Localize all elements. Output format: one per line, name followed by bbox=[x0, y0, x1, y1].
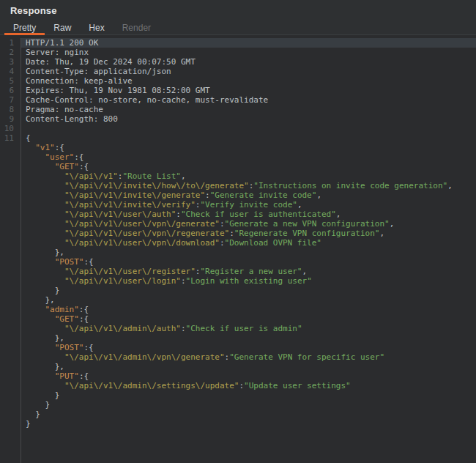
token-plain: : bbox=[205, 190, 210, 200]
code-line: { bbox=[21, 133, 476, 143]
tab-hex[interactable]: Hex bbox=[80, 21, 113, 34]
code-line: HTTP/1.1 200 OK bbox=[21, 38, 476, 48]
token-plain: } bbox=[26, 400, 50, 410]
token-path: "\/api\/v1\/invite\/generate" bbox=[64, 190, 205, 200]
line-number bbox=[0, 400, 21, 410]
line-number bbox=[0, 390, 21, 400]
token-plain bbox=[26, 162, 55, 171]
token-key: "user" bbox=[45, 152, 75, 162]
line-number bbox=[0, 314, 21, 324]
token-plain bbox=[26, 324, 64, 333]
code-line: "\/api\/v1\/admin\/auth":"Check if user … bbox=[21, 324, 476, 333]
code-line: "PUT":{ bbox=[21, 371, 476, 381]
line-number bbox=[0, 257, 21, 267]
token-str: "Check if user is admin" bbox=[186, 324, 302, 333]
code-line: "\/api\/v1\/invite\/verify":"Verify invi… bbox=[21, 200, 476, 210]
line-number bbox=[0, 181, 21, 190]
line-number bbox=[0, 352, 21, 362]
response-panel: Response Pretty Raw Hex Render 123456789… bbox=[0, 0, 476, 463]
code-line: Content-Length: 800 bbox=[21, 114, 476, 124]
token-plain: } bbox=[26, 419, 31, 429]
token-plain bbox=[26, 257, 55, 267]
token-path: "\/api\/v1" bbox=[64, 171, 118, 181]
code-line: "POST":{ bbox=[21, 257, 476, 267]
token-plain: } bbox=[26, 286, 59, 295]
code-line: "GET":{ bbox=[21, 314, 476, 324]
token-plain: , bbox=[302, 267, 308, 276]
token-plain bbox=[26, 171, 64, 181]
code-column: HTTP/1.1 200 OKServer: nginxDate: Thu, 1… bbox=[21, 38, 476, 463]
token-plain: Expires: Thu, 19 Nov 1981 08:52:00 GMT bbox=[26, 86, 210, 95]
code-line: Content-Type: application/json bbox=[21, 67, 476, 76]
token-str: "Route List" bbox=[122, 171, 180, 181]
token-plain: : bbox=[220, 238, 225, 248]
token-str: "Instructions on invite code generation" bbox=[253, 181, 447, 190]
token-plain: : bbox=[181, 324, 186, 333]
tab-pretty[interactable]: Pretty bbox=[4, 21, 45, 34]
token-plain: :{ bbox=[74, 152, 83, 162]
line-number bbox=[0, 219, 21, 229]
line-number: 2 bbox=[0, 48, 21, 57]
token-plain bbox=[26, 190, 64, 200]
code-line: "\/api\/v1\/admin\/vpn\/generate":"Gener… bbox=[21, 352, 476, 362]
code-line: Date: Thu, 19 Dec 2024 00:07:50 GMT bbox=[21, 57, 476, 67]
token-path: "\/api\/v1\/user\/vpn\/download" bbox=[64, 238, 220, 248]
token-str: "Verify invite code" bbox=[200, 200, 297, 210]
line-number bbox=[0, 295, 21, 305]
line-number bbox=[0, 190, 21, 200]
token-plain: : bbox=[181, 276, 186, 286]
line-number bbox=[0, 248, 21, 257]
line-number: 3 bbox=[0, 57, 21, 67]
code-line: "\/api\/v1\/user\/vpn\/download":"Downlo… bbox=[21, 238, 476, 248]
code-line: "\/api\/v1\/admin\/settings\/update":"Up… bbox=[21, 381, 476, 390]
line-number: 5 bbox=[0, 76, 21, 86]
code-line: "GET":{ bbox=[21, 162, 476, 171]
line-number bbox=[0, 143, 21, 152]
line-number: 1 bbox=[0, 38, 21, 48]
token-plain: } bbox=[26, 390, 59, 400]
code-line: "\/api\/v1\/invite\/generate":"Generate … bbox=[21, 190, 476, 200]
token-plain bbox=[26, 371, 55, 381]
token-path: "\/api\/v1\/user\/login" bbox=[64, 276, 181, 286]
code-line: Cache-Control: no-store, no-cache, must-… bbox=[21, 95, 476, 105]
token-plain bbox=[26, 229, 64, 238]
token-plain bbox=[26, 143, 35, 152]
token-plain: :{ bbox=[84, 343, 94, 352]
token-plain: Date: Thu, 19 Dec 2024 00:07:50 GMT bbox=[26, 57, 196, 67]
token-key: "admin" bbox=[45, 305, 79, 314]
token-plain: Connection: keep-alive bbox=[26, 76, 133, 86]
token-plain: , bbox=[390, 219, 395, 229]
token-plain: :{ bbox=[79, 371, 89, 381]
code-line bbox=[21, 124, 476, 133]
code-line: "\/api\/v1\/user\/vpn\/regenerate":"Rege… bbox=[21, 229, 476, 238]
token-str: "Download OVPN file" bbox=[225, 238, 321, 248]
response-editor[interactable]: 1234567891011 HTTP/1.1 200 OKServer: ngi… bbox=[0, 35, 476, 463]
line-number bbox=[0, 162, 21, 171]
token-plain: , bbox=[181, 171, 186, 181]
line-number bbox=[0, 200, 21, 210]
token-str: "Generate VPN for specific user" bbox=[229, 352, 384, 362]
line-number bbox=[0, 267, 21, 276]
token-plain bbox=[26, 267, 64, 276]
token-plain bbox=[26, 219, 64, 229]
token-str: "Generate invite code" bbox=[210, 190, 317, 200]
code-line: }, bbox=[21, 295, 476, 305]
code-line: } bbox=[21, 419, 476, 429]
token-plain: }, bbox=[26, 295, 55, 305]
token-plain bbox=[26, 181, 64, 190]
token-str: "Regenerate VPN configuration" bbox=[234, 229, 380, 238]
token-plain bbox=[26, 305, 45, 314]
code-line: "\/api\/v1\/invite\/how\/to\/generate":"… bbox=[21, 181, 476, 190]
tab-raw[interactable]: Raw bbox=[45, 21, 80, 34]
code-line: "POST":{ bbox=[21, 343, 476, 352]
token-key: "v1" bbox=[35, 143, 55, 152]
token-plain bbox=[26, 343, 55, 352]
token-plain: Pragma: no-cache bbox=[26, 105, 103, 114]
line-number bbox=[0, 305, 21, 314]
line-number: 11 bbox=[0, 133, 21, 143]
token-plain: }, bbox=[26, 333, 64, 343]
line-number bbox=[0, 152, 21, 162]
token-str: "Update user settings" bbox=[244, 381, 351, 390]
code-line: } bbox=[21, 410, 476, 419]
line-number: 10 bbox=[0, 124, 21, 133]
